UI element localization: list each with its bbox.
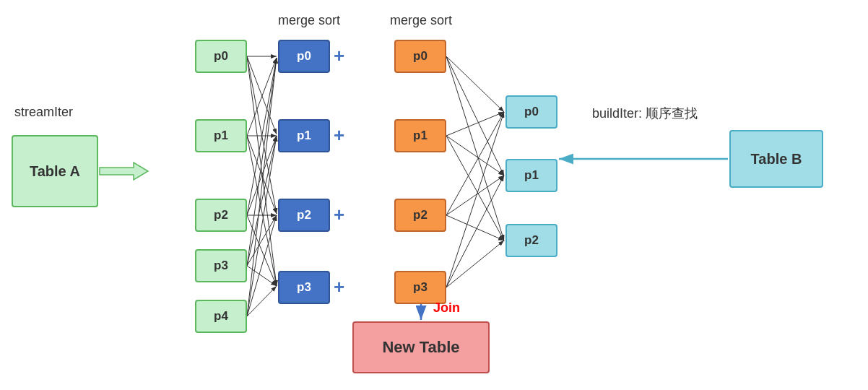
blue-p0: p0 bbox=[278, 40, 330, 73]
svg-line-33 bbox=[446, 176, 504, 215]
table-b-box: Table B bbox=[729, 130, 823, 188]
svg-line-8 bbox=[247, 56, 277, 214]
plus-0: + bbox=[334, 45, 344, 67]
svg-line-27 bbox=[446, 56, 504, 176]
svg-line-29 bbox=[446, 112, 504, 136]
blue-p2: p2 bbox=[278, 199, 330, 232]
buildit-label: buildIter: 顺序查找 bbox=[592, 105, 698, 122]
cyan-p0: p0 bbox=[505, 95, 557, 129]
svg-line-31 bbox=[446, 136, 504, 240]
svg-line-23 bbox=[247, 136, 277, 316]
svg-line-24 bbox=[247, 215, 277, 316]
svg-line-7 bbox=[247, 56, 277, 134]
table-a-box: Table A bbox=[12, 135, 98, 207]
svg-line-35 bbox=[446, 112, 504, 287]
svg-line-18 bbox=[247, 58, 277, 266]
orange-p0: p0 bbox=[394, 40, 446, 73]
diagram-container: { "labels": { "streamIter": "streamIter"… bbox=[0, 0, 868, 390]
svg-line-19 bbox=[247, 136, 277, 266]
green-p2: p2 bbox=[195, 199, 247, 232]
plus-2: + bbox=[334, 204, 344, 226]
svg-line-12 bbox=[247, 136, 277, 214]
svg-line-36 bbox=[446, 176, 504, 287]
plus-3: + bbox=[334, 276, 344, 298]
svg-line-15 bbox=[247, 136, 277, 215]
svg-line-17 bbox=[247, 215, 277, 286]
cyan-p2: p2 bbox=[505, 224, 557, 257]
svg-line-30 bbox=[446, 136, 504, 176]
svg-line-28 bbox=[446, 56, 504, 240]
green-p4: p4 bbox=[195, 300, 247, 333]
join-label: Join bbox=[433, 300, 460, 316]
cyan-p1: p1 bbox=[505, 159, 557, 192]
svg-line-25 bbox=[247, 286, 277, 316]
svg-line-37 bbox=[446, 240, 504, 287]
orange-p3: p3 bbox=[394, 271, 446, 304]
svg-line-26 bbox=[446, 56, 504, 112]
svg-line-21 bbox=[247, 266, 277, 286]
merge-sort-label-1: merge sort bbox=[278, 13, 340, 28]
svg-line-9 bbox=[247, 56, 277, 286]
svg-line-14 bbox=[247, 58, 277, 215]
merge-sort-label-2: merge sort bbox=[390, 13, 452, 28]
svg-line-20 bbox=[247, 215, 277, 266]
svg-line-13 bbox=[247, 136, 277, 286]
plus-1: + bbox=[334, 124, 344, 147]
streamiter-label: streamIter bbox=[14, 105, 73, 120]
new-table-box: New Table bbox=[352, 321, 490, 373]
svg-marker-5 bbox=[100, 162, 148, 180]
green-p1: p1 bbox=[195, 119, 247, 152]
svg-line-22 bbox=[247, 58, 277, 316]
orange-p2: p2 bbox=[394, 199, 446, 232]
blue-p1: p1 bbox=[278, 119, 330, 152]
green-p0: p0 bbox=[195, 40, 247, 73]
orange-p1: p1 bbox=[394, 119, 446, 152]
svg-line-34 bbox=[446, 215, 504, 240]
blue-p3: p3 bbox=[278, 271, 330, 304]
green-p3: p3 bbox=[195, 249, 247, 282]
svg-line-32 bbox=[446, 112, 504, 215]
svg-line-10 bbox=[247, 58, 277, 136]
